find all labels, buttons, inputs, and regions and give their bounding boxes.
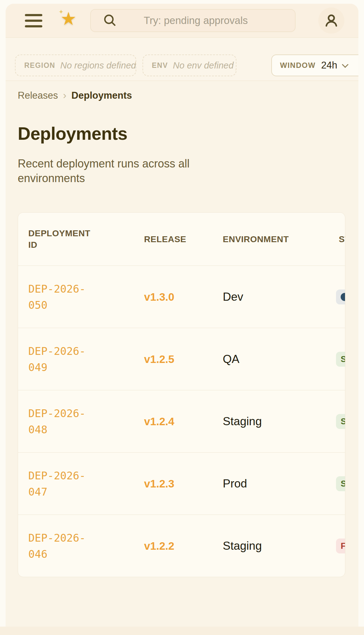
deployment-id-link[interactable]: DEP-2026-046 (28, 530, 103, 562)
col-header-status: STATUS (339, 233, 345, 245)
release-version: v1.2.5 (144, 353, 174, 365)
status-badge: Success (336, 476, 345, 491)
filter-bar: REGION No regions defined ENV No env def… (6, 37, 358, 81)
col-header-release: RELEASE (144, 233, 223, 245)
chevron-right-icon: › (63, 90, 66, 101)
deployment-id-link[interactable]: DEP-2026-050 (28, 281, 103, 313)
table-row[interactable]: DEP-2026-047 v1.2.3 Prod Success (18, 452, 345, 515)
page-title: Deployments (18, 123, 358, 144)
status-badge: Running (336, 289, 345, 304)
window-filter-dropdown[interactable]: WINDOW 24h (271, 54, 358, 76)
col-header-deployment-id: DEPLOYMENT ID (28, 228, 92, 251)
search-input[interactable] (144, 15, 287, 26)
release-version: v1.2.3 (144, 477, 174, 490)
person-icon (324, 13, 339, 28)
table-row[interactable]: DEP-2026-050 v1.3.0 Dev Running (18, 266, 345, 328)
search-icon (103, 13, 117, 28)
environment-name: Staging (223, 415, 262, 428)
env-filter-value: No env defined yet (173, 60, 236, 71)
app-logo[interactable]: ★ ✦ (60, 9, 82, 32)
deployment-id-link[interactable]: DEP-2026-049 (28, 343, 103, 375)
table-row[interactable]: DEP-2026-046 v1.2.2 Staging Failed (18, 515, 345, 577)
environment-name: Prod (223, 477, 247, 490)
env-filter-label: ENV (152, 61, 168, 70)
deployments-table: DEPLOYMENT ID RELEASE ENVIRONMENT STATUS… (18, 212, 345, 577)
deployment-id-link[interactable]: DEP-2026-047 (28, 468, 103, 500)
breadcrumb: Releases › Deployments (18, 90, 358, 101)
window-filter-label: WINDOW (280, 61, 315, 70)
release-version: v1.2.2 (144, 540, 174, 552)
environment-name: QA (223, 353, 239, 365)
top-bar: ★ ✦ (6, 4, 358, 37)
breadcrumb-releases[interactable]: Releases (18, 90, 58, 101)
chevron-down-icon (342, 61, 348, 68)
menu-icon[interactable] (25, 14, 42, 27)
user-avatar[interactable] (318, 7, 344, 34)
page-subtitle: Recent deployment runs across all enviro… (18, 156, 217, 186)
breadcrumb-current: Deployments (72, 90, 132, 101)
release-version: v1.3.0 (144, 291, 174, 303)
app-container: ★ ✦ REGION No regions defined ENV No env… (6, 4, 358, 627)
table-row[interactable]: DEP-2026-048 v1.2.4 Staging Success (18, 390, 345, 452)
environment-name: Dev (223, 290, 243, 303)
release-version: v1.2.4 (144, 415, 174, 427)
main-content: Releases › Deployments Deployments Recen… (6, 81, 358, 627)
sparkle-logo-icon: ✦ (58, 8, 64, 16)
window-filter-value: 24h (321, 60, 337, 71)
env-filter[interactable]: ENV No env defined yet (142, 54, 236, 76)
status-badge: Failed (336, 539, 345, 553)
status-badge: Success (336, 414, 345, 429)
table-header-row: DEPLOYMENT ID RELEASE ENVIRONMENT STATUS (18, 213, 345, 266)
status-dot-icon (341, 293, 345, 301)
region-filter-value: No regions defined (60, 60, 136, 71)
deployment-id-link[interactable]: DEP-2026-048 (28, 405, 103, 438)
region-filter-label: REGION (24, 61, 55, 70)
col-header-environment: ENVIRONMENT (223, 233, 339, 245)
region-filter[interactable]: REGION No regions defined (15, 54, 136, 76)
table-row[interactable]: DEP-2026-049 v1.2.5 QA Success (18, 328, 345, 390)
status-badge: Success (336, 352, 345, 367)
environment-name: Staging (223, 539, 262, 552)
bottom-strip (0, 627, 364, 635)
search-box[interactable] (90, 9, 296, 32)
